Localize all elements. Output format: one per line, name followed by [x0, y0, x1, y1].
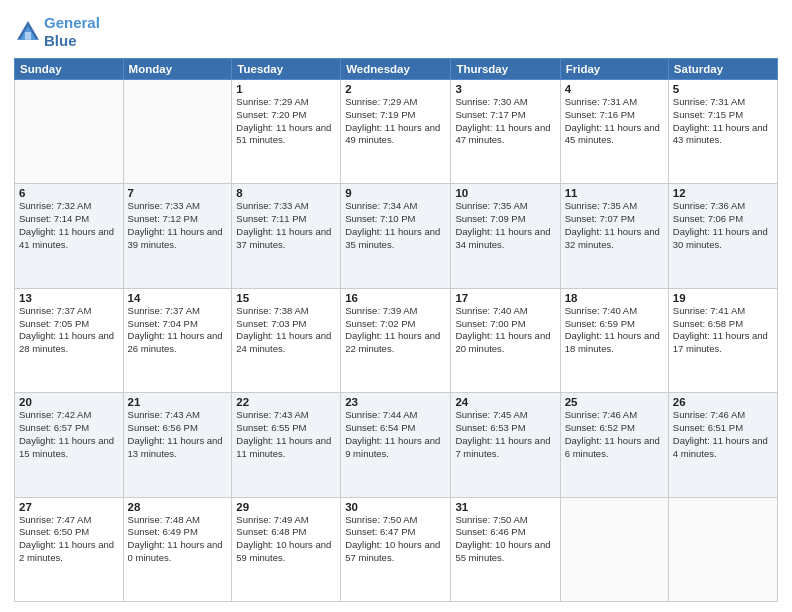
day-number: 13 [19, 292, 119, 304]
logo-text: General Blue [44, 14, 100, 50]
day-info: Sunrise: 7:31 AM Sunset: 7:16 PM Dayligh… [565, 96, 664, 147]
day-info: Sunrise: 7:38 AM Sunset: 7:03 PM Dayligh… [236, 305, 336, 356]
day-info: Sunrise: 7:48 AM Sunset: 6:49 PM Dayligh… [128, 514, 228, 565]
day-info: Sunrise: 7:47 AM Sunset: 6:50 PM Dayligh… [19, 514, 119, 565]
day-info: Sunrise: 7:40 AM Sunset: 6:59 PM Dayligh… [565, 305, 664, 356]
day-info: Sunrise: 7:43 AM Sunset: 6:56 PM Dayligh… [128, 409, 228, 460]
day-number: 8 [236, 187, 336, 199]
day-info: Sunrise: 7:40 AM Sunset: 7:00 PM Dayligh… [455, 305, 555, 356]
day-info: Sunrise: 7:49 AM Sunset: 6:48 PM Dayligh… [236, 514, 336, 565]
calendar-week-row: 6Sunrise: 7:32 AM Sunset: 7:14 PM Daylig… [15, 184, 778, 288]
calendar-day-cell: 15Sunrise: 7:38 AM Sunset: 7:03 PM Dayli… [232, 288, 341, 392]
day-number: 18 [565, 292, 664, 304]
calendar-day-cell [123, 80, 232, 184]
day-info: Sunrise: 7:37 AM Sunset: 7:05 PM Dayligh… [19, 305, 119, 356]
weekday-cell: Saturday [668, 59, 777, 80]
calendar-day-cell: 21Sunrise: 7:43 AM Sunset: 6:56 PM Dayli… [123, 393, 232, 497]
calendar-day-cell: 23Sunrise: 7:44 AM Sunset: 6:54 PM Dayli… [341, 393, 451, 497]
day-number: 20 [19, 396, 119, 408]
day-info: Sunrise: 7:33 AM Sunset: 7:11 PM Dayligh… [236, 200, 336, 251]
day-number: 22 [236, 396, 336, 408]
calendar-day-cell: 29Sunrise: 7:49 AM Sunset: 6:48 PM Dayli… [232, 497, 341, 601]
calendar-day-cell: 24Sunrise: 7:45 AM Sunset: 6:53 PM Dayli… [451, 393, 560, 497]
day-number: 26 [673, 396, 773, 408]
day-number: 31 [455, 501, 555, 513]
day-number: 4 [565, 83, 664, 95]
day-info: Sunrise: 7:32 AM Sunset: 7:14 PM Dayligh… [19, 200, 119, 251]
weekday-cell: Tuesday [232, 59, 341, 80]
page: General Blue SundayMondayTuesdayWednesda… [0, 0, 792, 612]
weekday-cell: Monday [123, 59, 232, 80]
weekday-header-row: SundayMondayTuesdayWednesdayThursdayFrid… [15, 59, 778, 80]
calendar-day-cell: 27Sunrise: 7:47 AM Sunset: 6:50 PM Dayli… [15, 497, 124, 601]
day-number: 10 [455, 187, 555, 199]
day-number: 23 [345, 396, 446, 408]
day-info: Sunrise: 7:36 AM Sunset: 7:06 PM Dayligh… [673, 200, 773, 251]
day-info: Sunrise: 7:37 AM Sunset: 7:04 PM Dayligh… [128, 305, 228, 356]
day-info: Sunrise: 7:29 AM Sunset: 7:20 PM Dayligh… [236, 96, 336, 147]
day-number: 21 [128, 396, 228, 408]
calendar-day-cell: 8Sunrise: 7:33 AM Sunset: 7:11 PM Daylig… [232, 184, 341, 288]
calendar-day-cell: 12Sunrise: 7:36 AM Sunset: 7:06 PM Dayli… [668, 184, 777, 288]
day-info: Sunrise: 7:34 AM Sunset: 7:10 PM Dayligh… [345, 200, 446, 251]
day-number: 1 [236, 83, 336, 95]
calendar-day-cell: 16Sunrise: 7:39 AM Sunset: 7:02 PM Dayli… [341, 288, 451, 392]
day-info: Sunrise: 7:41 AM Sunset: 6:58 PM Dayligh… [673, 305, 773, 356]
calendar-day-cell: 31Sunrise: 7:50 AM Sunset: 6:46 PM Dayli… [451, 497, 560, 601]
day-info: Sunrise: 7:42 AM Sunset: 6:57 PM Dayligh… [19, 409, 119, 460]
day-number: 2 [345, 83, 446, 95]
day-info: Sunrise: 7:46 AM Sunset: 6:52 PM Dayligh… [565, 409, 664, 460]
logo-icon [14, 18, 42, 46]
day-number: 15 [236, 292, 336, 304]
day-number: 28 [128, 501, 228, 513]
calendar-week-row: 27Sunrise: 7:47 AM Sunset: 6:50 PM Dayli… [15, 497, 778, 601]
day-number: 16 [345, 292, 446, 304]
calendar-day-cell: 11Sunrise: 7:35 AM Sunset: 7:07 PM Dayli… [560, 184, 668, 288]
day-info: Sunrise: 7:50 AM Sunset: 6:47 PM Dayligh… [345, 514, 446, 565]
calendar-day-cell: 13Sunrise: 7:37 AM Sunset: 7:05 PM Dayli… [15, 288, 124, 392]
calendar-day-cell: 7Sunrise: 7:33 AM Sunset: 7:12 PM Daylig… [123, 184, 232, 288]
day-info: Sunrise: 7:45 AM Sunset: 6:53 PM Dayligh… [455, 409, 555, 460]
calendar-day-cell: 18Sunrise: 7:40 AM Sunset: 6:59 PM Dayli… [560, 288, 668, 392]
calendar-day-cell [15, 80, 124, 184]
calendar-day-cell: 4Sunrise: 7:31 AM Sunset: 7:16 PM Daylig… [560, 80, 668, 184]
calendar-day-cell [560, 497, 668, 601]
day-info: Sunrise: 7:29 AM Sunset: 7:19 PM Dayligh… [345, 96, 446, 147]
day-number: 30 [345, 501, 446, 513]
weekday-cell: Thursday [451, 59, 560, 80]
day-info: Sunrise: 7:35 AM Sunset: 7:09 PM Dayligh… [455, 200, 555, 251]
calendar-day-cell: 3Sunrise: 7:30 AM Sunset: 7:17 PM Daylig… [451, 80, 560, 184]
weekday-cell: Sunday [15, 59, 124, 80]
weekday-cell: Friday [560, 59, 668, 80]
calendar-day-cell: 26Sunrise: 7:46 AM Sunset: 6:51 PM Dayli… [668, 393, 777, 497]
day-number: 5 [673, 83, 773, 95]
day-info: Sunrise: 7:30 AM Sunset: 7:17 PM Dayligh… [455, 96, 555, 147]
day-number: 19 [673, 292, 773, 304]
calendar-week-row: 13Sunrise: 7:37 AM Sunset: 7:05 PM Dayli… [15, 288, 778, 392]
calendar-week-row: 1Sunrise: 7:29 AM Sunset: 7:20 PM Daylig… [15, 80, 778, 184]
calendar-day-cell: 17Sunrise: 7:40 AM Sunset: 7:00 PM Dayli… [451, 288, 560, 392]
day-number: 11 [565, 187, 664, 199]
calendar-day-cell: 9Sunrise: 7:34 AM Sunset: 7:10 PM Daylig… [341, 184, 451, 288]
calendar-day-cell: 20Sunrise: 7:42 AM Sunset: 6:57 PM Dayli… [15, 393, 124, 497]
calendar-day-cell: 22Sunrise: 7:43 AM Sunset: 6:55 PM Dayli… [232, 393, 341, 497]
day-number: 3 [455, 83, 555, 95]
day-number: 12 [673, 187, 773, 199]
calendar-day-cell: 5Sunrise: 7:31 AM Sunset: 7:15 PM Daylig… [668, 80, 777, 184]
calendar-day-cell: 19Sunrise: 7:41 AM Sunset: 6:58 PM Dayli… [668, 288, 777, 392]
calendar-day-cell [668, 497, 777, 601]
day-number: 29 [236, 501, 336, 513]
svg-rect-2 [25, 32, 31, 40]
day-number: 7 [128, 187, 228, 199]
day-info: Sunrise: 7:39 AM Sunset: 7:02 PM Dayligh… [345, 305, 446, 356]
day-number: 6 [19, 187, 119, 199]
day-number: 14 [128, 292, 228, 304]
calendar-day-cell: 10Sunrise: 7:35 AM Sunset: 7:09 PM Dayli… [451, 184, 560, 288]
calendar-table: SundayMondayTuesdayWednesdayThursdayFrid… [14, 58, 778, 602]
day-info: Sunrise: 7:33 AM Sunset: 7:12 PM Dayligh… [128, 200, 228, 251]
logo: General Blue [14, 14, 100, 50]
calendar-day-cell: 30Sunrise: 7:50 AM Sunset: 6:47 PM Dayli… [341, 497, 451, 601]
day-number: 27 [19, 501, 119, 513]
header: General Blue [14, 10, 778, 50]
calendar-body: 1Sunrise: 7:29 AM Sunset: 7:20 PM Daylig… [15, 80, 778, 602]
